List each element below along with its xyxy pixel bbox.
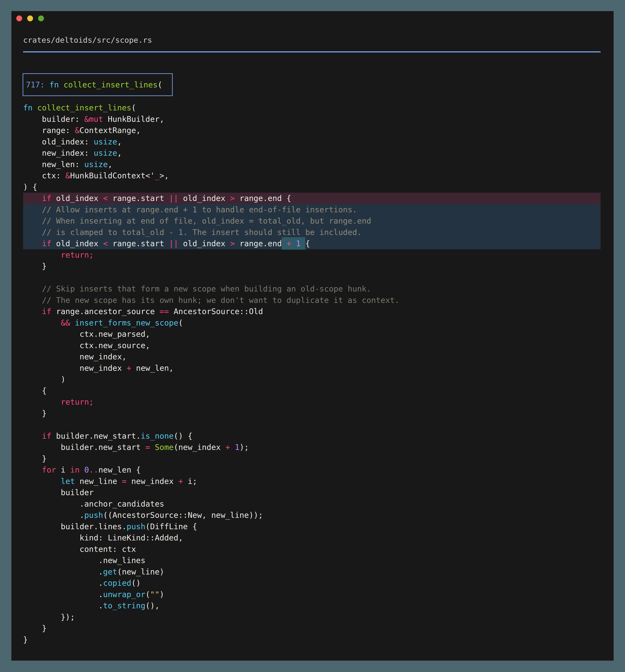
code-line: kind: LineKind::Added, <box>23 532 601 544</box>
code-token: _ <box>155 171 159 180</box>
code-token: unwrap_or <box>103 590 145 599</box>
code-token: range.start <box>108 194 169 203</box>
code-line: for i in 0..new_len { <box>23 464 601 476</box>
code-line: builder <box>23 487 601 498</box>
code-token: & <box>75 126 80 135</box>
code-line: new_index + new_len, <box>23 362 601 374</box>
code-token: // The new scope has its own hunk; we do… <box>23 295 399 305</box>
code-token: || <box>169 194 178 203</box>
code-line: builder.lines.push(DiffLine { <box>23 521 601 532</box>
code-token <box>23 250 61 259</box>
code-token: i; <box>183 477 197 486</box>
code-token: 717: <box>26 80 49 89</box>
close-button[interactable] <box>16 16 22 21</box>
code-line: .unwrap_or("") <box>23 589 601 600</box>
code-line: } <box>23 408 601 419</box>
code-line: range: &ContextRange, <box>23 125 601 136</box>
code-token: () <box>131 578 141 587</box>
code-token: copied <box>103 578 131 587</box>
code-line: ctx: &HunkBuildContext<'_>, <box>23 170 601 182</box>
code-line: }); <box>23 611 601 623</box>
code-token: new_index <box>127 477 178 486</box>
code-line: .get(new_line) <box>23 566 601 578</box>
code-token: ( <box>131 103 136 112</box>
code-line: .push((AncestorSource::New, new_line)); <box>23 509 601 521</box>
code-token: >, <box>159 171 169 180</box>
code-block: fn collect_insert_lines( builder: &mut H… <box>23 102 601 645</box>
code-token: range.ancestor_source <box>51 307 159 316</box>
code-line: .to_string(), <box>23 600 601 611</box>
code-line: let new_line = new_index + i; <box>23 476 601 487</box>
code-token: for <box>42 465 56 474</box>
diff-changed-token: + <box>286 237 291 249</box>
code-token: old_index: <box>23 137 94 146</box>
code-line: } <box>23 634 601 645</box>
diff-added-line: // When inserting at end of file, old_in… <box>23 215 601 227</box>
code-token <box>23 194 42 203</box>
code-token: new_len { <box>98 465 141 474</box>
code-token: // Skip inserts that form a new scope wh… <box>23 284 371 293</box>
code-token: ) { <box>23 183 37 191</box>
code-line: // The new scope has its own hunk; we do… <box>23 294 601 306</box>
code-line: return; <box>23 396 601 408</box>
code-token: usize <box>94 148 117 158</box>
code-token <box>80 465 84 474</box>
code-line: builder.new_start = Some(new_index + 1); <box>23 441 601 453</box>
jump-to-line-box[interactable]: 717: fn collect_insert_lines( <box>23 73 173 96</box>
code-token: > <box>230 194 235 203</box>
code-token: // Allow inserts at range.end + 1 to han… <box>23 205 357 214</box>
code-token: in <box>70 465 80 474</box>
code-token: new_len, <box>131 363 174 373</box>
code-line: new_len: usize, <box>23 159 601 170</box>
code-token: new_index, <box>23 352 127 361</box>
code-token: . <box>23 590 103 599</box>
code-token: + <box>127 363 131 373</box>
code-token <box>230 442 235 452</box>
code-token: if <box>42 431 51 440</box>
code-line: new_index, <box>23 351 601 362</box>
code-token: range.start <box>108 239 169 248</box>
code-token: HunkBuilder, <box>103 115 164 124</box>
code-token: . <box>23 578 103 587</box>
code-token: collect_insert_lines <box>64 80 157 89</box>
code-token: // When inserting at end of file, old_in… <box>23 216 371 225</box>
code-line: fn collect_insert_lines( <box>23 102 601 114</box>
code-line: new_index: usize, <box>23 147 601 159</box>
code-line: } <box>23 453 601 464</box>
code-line: ) <box>23 374 601 385</box>
code-token: old_index <box>51 239 103 248</box>
code-token: collect_insert_lines <box>37 103 131 112</box>
code-token <box>23 477 61 486</box>
code-token: usize <box>84 160 108 169</box>
code-token: (new_line) <box>117 567 164 576</box>
code-token: ) <box>159 590 164 599</box>
code-token: ctx: <box>23 171 66 180</box>
code-token: && <box>61 318 70 327</box>
code-token: 1 <box>235 442 240 452</box>
code-line: content: ctx <box>23 544 601 555</box>
code-token: ( <box>178 318 183 327</box>
code-token: usize <box>94 137 117 146</box>
code-token: ( <box>145 590 150 599</box>
code-token: . <box>23 510 84 520</box>
code-token: (), <box>145 601 159 610</box>
maximize-button[interactable] <box>38 16 44 21</box>
code-token: return; <box>61 250 94 259</box>
code-token: builder: <box>23 115 84 124</box>
code-line: } <box>23 261 601 272</box>
code-token <box>23 318 61 327</box>
code-token: } <box>23 454 47 463</box>
code-token: 0 <box>84 465 89 474</box>
code-token: (new_index <box>174 442 225 452</box>
code-token: > <box>230 239 235 248</box>
code-token: fn <box>23 103 37 112</box>
code-token: ( <box>157 80 162 89</box>
code-token: } <box>23 624 47 633</box>
code-token: new_len: <box>23 160 84 169</box>
code-token <box>23 307 42 316</box>
code-token: Some <box>155 442 174 452</box>
code-token: insert_forms_new_scope <box>75 318 178 327</box>
code-token: push <box>84 510 103 520</box>
code-token: .new_lines <box>23 556 145 565</box>
minimize-button[interactable] <box>27 16 33 21</box>
